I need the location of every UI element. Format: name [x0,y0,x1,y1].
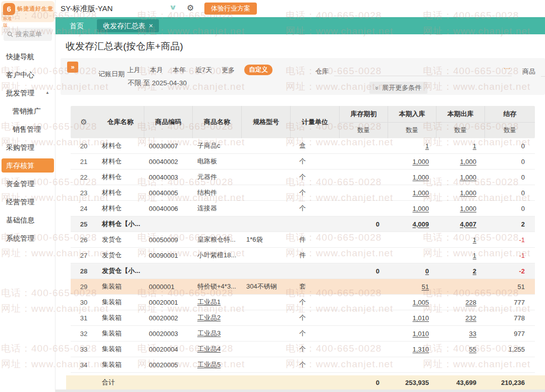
filter-panel: » 记账日期 上月本月本年近7天更多自定义 不限 至 2025-04-30 仓库… [61,58,545,95]
tab-home[interactable]: 首页 [64,19,90,32]
cell-warehouse: 材料仓 [97,188,144,197]
column-settings-gear-icon[interactable]: ⚙ [80,118,87,127]
cell-row-number: 23 [71,189,97,197]
date-quick-更多[interactable]: 更多 [222,66,235,75]
qty-link[interactable]: 51 [422,283,429,291]
close-icon[interactable]: × [149,19,153,32]
sidebar-item-基础信息[interactable]: 基础信息 [0,211,56,229]
warehouse-more-icon[interactable]: ⋯ [504,64,511,72]
sidebar-item-库存核算[interactable]: 库存核算 [2,158,54,173]
tab-report[interactable]: 收发存汇总表× [97,19,159,32]
date-quick-本月[interactable]: 本月 [150,66,163,75]
table-row[interactable]: 33集装箱00020004工业品4个1,310551,255 [71,342,535,357]
table-row[interactable]: 32集装箱00020003工业品3个1,01033977 [71,326,535,342]
sidebar-item-营销推广[interactable]: 营销推广 [0,102,56,120]
group-title: 库存期初 [340,106,388,123]
cell-warehouse: 材料仓 [97,141,144,150]
table-footer: 合计 0 253,935 43,699 210,236 [66,375,545,389]
industry-solution-button[interactable]: 体验行业方案 [204,3,257,15]
table-row[interactable]: 31集装箱00020002工业品2个1,010232778 [71,310,535,326]
table-row[interactable]: 25材料仓【小...04,0094,0072 [71,216,535,232]
qty-value: 0 [376,267,379,275]
table-row[interactable]: 29集装箱0000001特价锁+4*3...304不锈钢套5151 [71,279,535,295]
warehouse-input[interactable] [334,62,512,76]
cell-in-qty: 1 [388,142,436,150]
qty-link[interactable]: 1,000 [460,205,476,212]
cell-out-qty: 4,007 [436,220,484,228]
product-input[interactable] [541,76,545,77]
column-header-商品名称: 商品名称 [192,106,241,138]
cell-unit: 个 [290,360,339,369]
product-name-link[interactable]: 工业品1 [197,298,221,306]
qty-link[interactable]: 33 [469,330,476,338]
product-name-link[interactable]: 工业品5 [197,361,221,368]
qty-link[interactable]: 1,000 [412,158,429,165]
table-row[interactable]: 20材料仓00030007子商品c盒110 [71,138,535,154]
date-custom-button[interactable]: 自定义 [244,65,272,75]
date-quick-近7天[interactable]: 近7天 [195,66,212,75]
sidebar-menu: 快捷导航客户中心批发管理▲营销推广销售管理采购管理库存核算资金管理经营管理基础信… [0,47,56,247]
chevron-down-icon[interactable]: ∨ [169,3,177,11]
table-row[interactable]: 23材料仓00040005结构件个1,0001,0000 [71,185,535,201]
qty-link[interactable]: 4,009 [412,220,429,228]
sidebar-item-经营管理[interactable]: 经营管理 [0,193,56,211]
qty-link[interactable]: 2 [473,267,476,275]
sidebar-item-客户中心[interactable]: 客户中心 [0,66,56,84]
date-range-value[interactable]: 不限 至 2025-04-30 [128,79,187,88]
cell-begin-qty: 0 [339,267,388,275]
qty-link[interactable]: 0 [425,267,429,275]
qty-link[interactable]: 232 [465,314,476,322]
table-row[interactable]: 24材料仓00040006连接器个1,0001,0000 [71,201,535,216]
table-row[interactable]: 22材料仓00040003元器件个1,0001,0000 [71,170,535,185]
qty-link[interactable]: 1,310 [412,346,429,353]
product-name-link[interactable]: 工业品3 [197,329,221,337]
cell-out-qty: 1,000 [436,189,484,197]
cell-unit: 个 [290,173,339,182]
sidebar-item-系统管理[interactable]: 系统管理 [0,229,56,247]
qty-link[interactable]: 4,007 [460,220,476,228]
qty-link[interactable]: 1,000 [460,189,476,197]
qty-link[interactable]: 1,000 [412,205,429,212]
date-quick-上月[interactable]: 上月 [127,66,140,75]
sidebar-item-采购管理[interactable]: 采购管理 [0,138,56,156]
qty-link[interactable]: 1,005 [412,299,429,306]
cell-warehouse: 材料仓 [97,157,144,166]
qty-link[interactable]: 1 [473,252,476,259]
cell-product-code: 00020001 [144,299,192,306]
sidebar-item-批发管理[interactable]: 批发管理▲ [0,84,56,102]
cell-warehouse: 集装箱 [97,329,144,338]
horizontal-scrollbar[interactable] [0,389,545,392]
collapse-up-icon[interactable]: ▲ [45,84,49,102]
cell-out-qty: 55 [436,346,484,353]
product-name-link[interactable]: 工业品2 [197,314,221,321]
menu-search-input[interactable]: 搜索菜单 [4,28,52,41]
qty-link[interactable]: 1 [425,142,429,150]
qty-link[interactable]: 228 [465,299,476,306]
cell-product-name: 工业品3 [192,329,241,338]
expand-more-conditions-button[interactable]: » 展开更多条件 [369,82,427,94]
sidebar-item-快捷导航[interactable]: 快捷导航 [0,47,56,66]
sidebar-item-销售管理[interactable]: 销售管理 [0,120,56,138]
table-row[interactable]: 26发货仓00050009皇家粮仓特...1*6袋件1-1 [71,232,535,248]
qty-value: 51 [518,283,525,291]
sidebar-item-资金管理[interactable]: 资金管理 [0,175,56,193]
qty-link[interactable]: 1,010 [412,330,429,338]
qty-link[interactable]: 1 [473,236,476,244]
product-name-link[interactable]: 工业品4 [197,345,221,353]
settings-gear-icon[interactable]: ⚙ [187,3,194,13]
table-row[interactable]: 30集装箱00020001工业品1个1,005228777 [71,295,535,310]
qty-link[interactable]: 1,000 [460,174,476,181]
date-quick-本年[interactable]: 本年 [173,66,186,75]
cell-product-name: 连接器 [192,204,241,213]
table-row[interactable]: 21材料仓00040002电路板个1,0001,0000 [71,154,535,170]
qty-link[interactable]: 1,010 [412,314,429,322]
panel-collapse-button[interactable]: » [67,62,78,73]
table-row[interactable]: 27发货仓00090001小叶紫檀18...件1-1 [71,248,535,263]
qty-link[interactable]: 55 [469,346,476,353]
qty-link[interactable]: 1,000 [412,189,429,197]
qty-link[interactable]: 1 [473,142,476,150]
qty-link[interactable]: 1,000 [460,158,476,165]
table-row[interactable]: 34集装箱00020005工业品5个 [71,357,535,373]
table-row[interactable]: 28发货仓【小...002-2 [71,263,535,279]
qty-link[interactable]: 1,000 [412,174,429,181]
